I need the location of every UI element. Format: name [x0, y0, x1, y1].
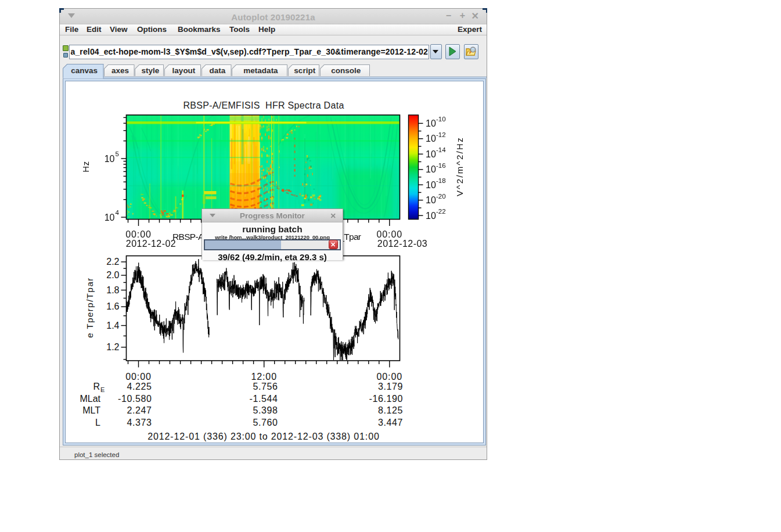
svg-text:RBSP-A/EMFISIS HFR Spectra Da: RBSP-A/EMFISIS HFR Spectra Data: [183, 100, 344, 110]
svg-text:00:00: 00:00: [377, 372, 403, 382]
svg-text:5.760: 5.760: [253, 418, 278, 427]
svg-text:2012-12-02: 2012-12-02: [126, 239, 176, 249]
svg-text:5.756: 5.756: [253, 382, 278, 391]
svg-text:12:00: 12:00: [251, 372, 277, 382]
svg-text:-18: -18: [436, 177, 446, 184]
svg-text:2.247: 2.247: [127, 405, 152, 415]
svg-text:-20: -20: [436, 193, 446, 200]
svg-text:-12: -12: [436, 131, 446, 138]
svg-text:10: 10: [426, 195, 436, 205]
svg-text:3.447: 3.447: [378, 418, 403, 427]
svg-text:2.0: 2.0: [106, 270, 119, 280]
svg-text:-1.544: -1.544: [250, 394, 278, 404]
svg-text:2012-12-03: 2012-12-03: [377, 239, 427, 249]
svg-text:10: 10: [426, 149, 436, 159]
svg-text:-10.580: -10.580: [118, 394, 152, 404]
svg-text:-22: -22: [436, 208, 446, 215]
svg-text:R: R: [93, 382, 100, 391]
svg-text:00:00: 00:00: [377, 229, 403, 239]
svg-text:1.4: 1.4: [106, 321, 119, 330]
svg-text:MLT: MLT: [82, 405, 100, 415]
svg-text:10: 10: [426, 118, 436, 128]
svg-text:00:00: 00:00: [125, 229, 152, 239]
svg-text:5: 5: [116, 150, 119, 157]
svg-text:4.373: 4.373: [127, 418, 152, 427]
svg-text:3.179: 3.179: [378, 382, 403, 391]
svg-text:2.2: 2.2: [106, 257, 119, 267]
svg-text:MLat: MLat: [80, 394, 100, 404]
svg-text:5.398: 5.398: [253, 405, 278, 415]
svg-text:1.2: 1.2: [106, 342, 119, 352]
svg-text:8.125: 8.125: [378, 405, 403, 415]
svg-text:4.225: 4.225: [127, 382, 152, 391]
svg-text:10: 10: [105, 213, 115, 222]
svg-text:L: L: [95, 418, 100, 427]
svg-text:10: 10: [426, 164, 436, 174]
svg-text:e Tperp/Tpar: e Tperp/Tpar: [85, 277, 95, 337]
svg-text:Hz: Hz: [81, 161, 91, 172]
svg-text:V^2/m^2/Hz: V^2/m^2/Hz: [455, 136, 465, 196]
svg-text:1.8: 1.8: [106, 285, 119, 295]
svg-text:4: 4: [116, 209, 120, 216]
svg-text:-10: -10: [436, 116, 446, 123]
svg-text:00:00: 00:00: [125, 372, 152, 382]
svg-text:2012-12-01 (336) 23:00 to 2012: 2012-12-01 (336) 23:00 to 2012-12-03 (33…: [147, 432, 379, 441]
svg-text:-16.190: -16.190: [369, 394, 403, 404]
svg-text:10: 10: [426, 211, 436, 221]
svg-text:-14: -14: [436, 146, 446, 153]
svg-text:10: 10: [105, 154, 115, 164]
svg-text:1.6: 1.6: [106, 301, 119, 311]
svg-text:-16: -16: [436, 162, 446, 169]
svg-text:10: 10: [426, 180, 436, 190]
svg-text:E: E: [100, 386, 105, 393]
svg-text:10: 10: [426, 134, 436, 143]
